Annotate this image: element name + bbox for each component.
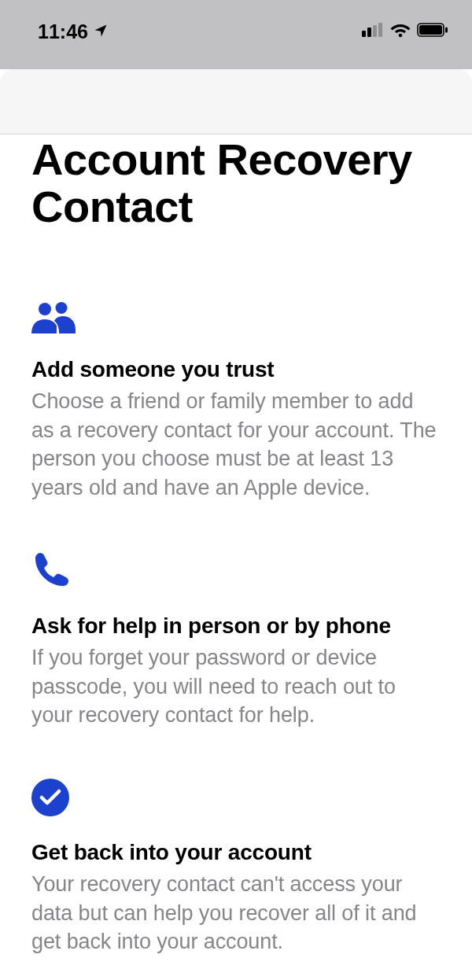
svg-rect-7: [445, 28, 448, 33]
location-icon: [93, 20, 109, 43]
people-icon: [31, 302, 441, 333]
wifi-icon: [390, 22, 411, 41]
status-right: [362, 22, 448, 41]
feature-body: Your recovery contact can't access your …: [31, 870, 441, 956]
checkmark-circle-icon: [31, 779, 441, 816]
cellular-signal-icon: [362, 23, 384, 40]
svg-rect-2: [373, 25, 377, 37]
feature-body: If you forget your password or device pa…: [31, 643, 441, 729]
svg-point-8: [39, 303, 51, 315]
nav-header: [0, 69, 472, 134]
phone-icon: [31, 551, 441, 590]
feature-add-someone: Add someone you trust Choose a friend or…: [31, 302, 441, 502]
svg-point-9: [56, 302, 68, 314]
svg-rect-1: [367, 28, 371, 37]
page-title: Account Recovery Contact: [31, 136, 441, 231]
feature-get-back: Get back into your account Your recovery…: [31, 779, 441, 956]
status-time-group: 11:46: [38, 20, 109, 43]
status-bar: 11:46: [0, 0, 472, 69]
feature-ask-help: Ask for help in person or by phone If yo…: [31, 551, 441, 730]
battery-icon: [417, 23, 448, 40]
feature-title: Ask for help in person or by phone: [31, 612, 441, 640]
feature-body: Choose a friend or family member to add …: [31, 387, 441, 502]
feature-title: Add someone you trust: [31, 356, 441, 384]
feature-title: Get back into your account: [31, 838, 441, 867]
svg-rect-0: [362, 31, 366, 37]
svg-rect-6: [419, 25, 442, 35]
svg-point-4: [399, 34, 403, 38]
status-time: 11:46: [38, 20, 88, 43]
content: Account Recovery Contact Add someone you…: [0, 136, 472, 956]
svg-rect-3: [378, 23, 382, 37]
